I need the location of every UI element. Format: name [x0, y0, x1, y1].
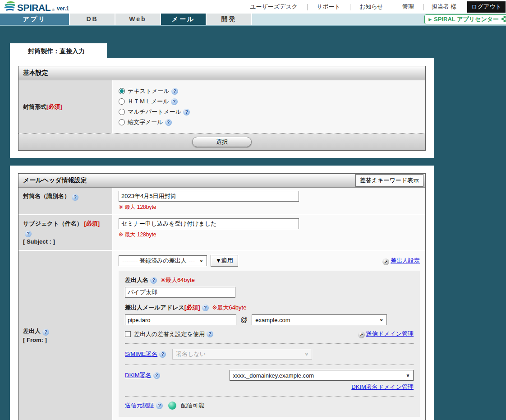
help-icon[interactable]: ? — [72, 194, 78, 201]
apply-button[interactable]: ▼適用 — [211, 255, 238, 267]
subject-input-cell: ※ 最大 128byte — [113, 215, 425, 250]
envelope-format-label-cell: 封筒形式[必須] — [18, 80, 113, 133]
help-icon[interactable]: ? — [42, 329, 49, 336]
subject-label-cell: サブジェクト（件名） [必須]? [ Subject : ] — [18, 215, 113, 250]
sender-email-local-input[interactable] — [125, 314, 236, 325]
dkim-select[interactable]: xxxx._domainkey.example.com ∨ — [230, 370, 414, 381]
flower-icon — [501, 15, 506, 24]
dkim-link[interactable]: DKIM署名 — [125, 371, 152, 379]
envelope-format-options-cell: テキストメール ? ＨＴＭＬメール ? マルチパートメール ? — [113, 80, 425, 133]
nav-tab-mail[interactable]: メール — [161, 14, 207, 25]
registered-mark: ® — [52, 8, 55, 12]
required-mark: [必須] — [84, 220, 100, 227]
envelope-format-radio[interactable] — [119, 119, 125, 125]
top-link-news[interactable]: お知らせ — [350, 3, 393, 11]
help-icon[interactable]: ? — [171, 88, 178, 95]
help-icon[interactable]: ? — [159, 351, 166, 358]
replacement-keyword-button[interactable]: 差替えキーワード表示 — [355, 174, 423, 187]
logout-button[interactable]: ログアウト — [467, 1, 506, 13]
section-title: メールヘッダ情報設定 — [23, 176, 87, 185]
app-center-button[interactable]: ▶ SPIRAL アプリセンター — [424, 14, 506, 24]
help-icon[interactable]: ? — [171, 98, 178, 105]
field-label: 封筒形式[必須] — [23, 102, 108, 111]
sender-name-input[interactable] — [125, 287, 235, 298]
field-label: 差出人名 — [125, 276, 148, 284]
help-icon[interactable]: ? — [150, 277, 157, 284]
registered-sender-bar: -------- 登録済みの差出人 -------- ∨ ▼適用 ↗差出人設定 — [119, 254, 420, 267]
divider — [125, 396, 414, 397]
select-button[interactable]: 選択 — [192, 137, 252, 147]
help-icon[interactable]: ? — [183, 109, 190, 115]
logged-in-user: 担当者 様 — [423, 3, 465, 11]
tab-envelope-direct-input[interactable]: 封筒製作：直接入力 — [10, 43, 107, 58]
from-content-cell: -------- 登録済みの差出人 -------- ∨ ▼適用 ↗差出人設定 … — [113, 251, 425, 420]
dkim-line: DKIM署名 ? xxxx._domainkey.example.com ∨ — [125, 370, 414, 381]
dkim-domain-link[interactable]: DKIM署名ドメイン管理 — [351, 383, 414, 390]
domain-management: ↗送信ドメイン管理 — [358, 330, 414, 338]
sender-name-label-line: 差出人名 ? ※最大64byte — [125, 276, 414, 284]
field-label: 差出人? — [23, 327, 108, 336]
sender-replace-checkbox[interactable] — [125, 331, 131, 337]
top-links: ユーザーズデスク サポート お知らせ 管理 担当者 様 ログアウト — [240, 0, 506, 14]
envelope-name-input[interactable] — [119, 191, 299, 202]
smime-link[interactable]: S/MIME署名 — [125, 350, 157, 358]
divider — [125, 365, 414, 365]
help-icon[interactable]: ? — [207, 331, 213, 337]
envelope-name-label-cell: 封筒名（識別名）? — [18, 188, 113, 214]
dkim-domain-line: DKIM署名ドメイン管理 — [125, 383, 414, 391]
smime-line: S/MIME署名 ? 署名しない ∨ — [125, 349, 414, 360]
top-link-admin[interactable]: 管理 — [393, 3, 423, 11]
nav-tab-db[interactable]: DB — [70, 14, 115, 25]
help-icon[interactable]: ? — [165, 119, 172, 126]
registered-sender-select[interactable]: -------- 登録済みの差出人 -------- ∨ — [119, 255, 207, 266]
nav-tab-app[interactable]: アプリ — [0, 14, 70, 25]
smime-select: 署名しない ∨ — [172, 349, 312, 360]
radio-option-row: ＨＴＭＬメール ? — [119, 97, 420, 106]
envelope-format-radio[interactable] — [119, 88, 125, 94]
arrow-circle-icon[interactable]: ↗ — [358, 332, 365, 338]
nav-tab-dev[interactable]: 開発 — [207, 14, 252, 25]
envelope-format-radio[interactable] — [119, 98, 125, 105]
sender-email-domain-select[interactable]: example.com ∨ — [252, 314, 387, 325]
help-icon[interactable]: ? — [156, 402, 163, 409]
from-row: 差出人? [ From: ] -------- 登録済みの差出人 -------… — [18, 250, 425, 420]
basic-settings-card: 基本設定 封筒形式[必須] テキストメール ? ＨＴＭＬメール ? — [10, 58, 434, 158]
spiral-logo[interactable]: SPIRAL® ver.1 — [4, 1, 69, 12]
top-link-support[interactable]: サポート — [307, 3, 350, 11]
sending-domain-link[interactable]: 送信ドメイン管理 — [366, 330, 414, 337]
help-icon[interactable]: ? — [202, 305, 209, 311]
field-sublabel: [ Subject : ] — [23, 237, 108, 246]
envelope-format-radio[interactable] — [119, 109, 125, 115]
sender-replace-line: 差出人の差替え設定を使用 ? ↗送信ドメイン管理 — [125, 330, 414, 338]
main-nav: アプリ DB Web メール 開発 ▶ SPIRAL アプリセンター — [0, 14, 506, 26]
field-label: 封筒名（識別名） — [23, 193, 70, 199]
radio-label: 絵文字メール — [128, 118, 163, 126]
sender-replace-checkbox-group: 差出人の差替え設定を使用 ? — [125, 330, 215, 338]
checkbox-label: 差出人の差替え設定を使用 — [134, 330, 205, 338]
radio-label: ＨＴＭＬメール — [128, 97, 169, 106]
required-mark: [必須] — [46, 103, 62, 110]
subject-input[interactable] — [119, 218, 299, 229]
radio-label: マルチパートメール — [128, 108, 181, 116]
radio-label: テキストメール — [128, 87, 170, 95]
sender-settings-link[interactable]: 差出人設定 — [391, 257, 420, 264]
mail-header-section-header: メールヘッダ情報設定 差替えキーワード表示 — [18, 174, 425, 188]
brand-name: SPIRAL — [17, 3, 51, 12]
sender-email-label-line: 差出人メールアドレス[必須] ? ※最大64byte — [125, 304, 414, 312]
chevron-down-icon: ∨ — [406, 373, 410, 378]
brand-version: ver.1 — [57, 5, 69, 12]
top-link-users-desk[interactable]: ユーザーズデスク — [240, 3, 307, 11]
help-icon[interactable]: ? — [25, 231, 32, 237]
help-icon[interactable]: ? — [153, 372, 160, 379]
nav-tab-web[interactable]: Web — [115, 14, 161, 25]
status-ok-icon — [168, 402, 176, 410]
envelope-name-input-cell: ※ 最大 128byte — [113, 188, 425, 214]
page-body: 封筒製作：直接入力 基本設定 封筒形式[必須] テキストメール ? — [0, 26, 506, 420]
basic-settings-footer: 選択 — [18, 134, 425, 150]
at-sign: @ — [240, 316, 248, 324]
envelope-format-row: 封筒形式[必須] テキストメール ? ＨＴＭＬメール ? — [18, 80, 425, 134]
sender-auth-link[interactable]: 送信元認証 — [125, 402, 154, 410]
sender-settings: ↗差出人設定 — [382, 257, 420, 265]
mail-header-table: メールヘッダ情報設定 差替えキーワード表示 封筒名（識別名）? ※ 最大 128… — [18, 173, 426, 420]
arrow-circle-icon[interactable]: ↗ — [382, 258, 389, 265]
